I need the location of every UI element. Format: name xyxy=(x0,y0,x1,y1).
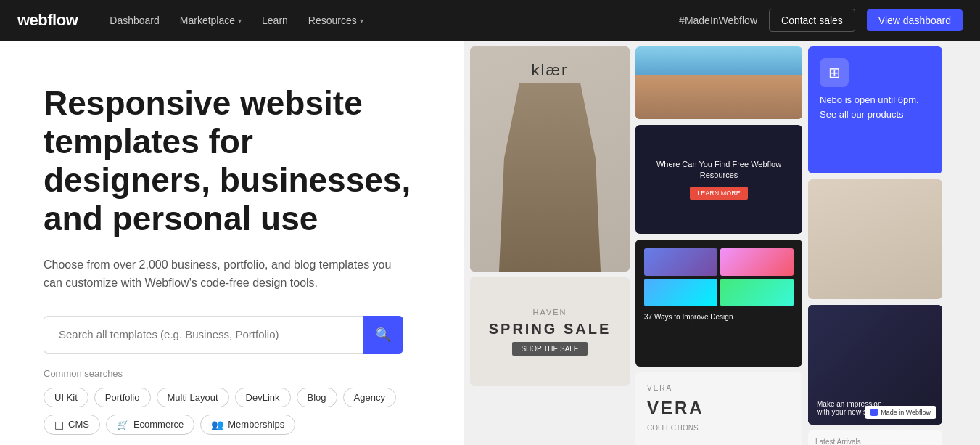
latest-arrivals-title: Latest Arrivals xyxy=(815,438,935,445)
template-col-3: ⊞ Nebo is open until 6pm. See all our pr… xyxy=(808,46,942,439)
resources-button: LEARN MORE xyxy=(690,187,748,200)
hero-subtitle: Choose from over 2,000 business, portfol… xyxy=(44,256,392,293)
nav-resources[interactable]: Resources ▾ xyxy=(300,10,372,30)
fashion-figure xyxy=(499,83,601,272)
template-card-modern-fashion[interactable]: Make an impressionwith your new style Ma… xyxy=(808,305,942,425)
template-card-resources[interactable]: Where Can You Find Free Webflow Resource… xyxy=(635,125,802,234)
memberships-icon: 👥 xyxy=(211,419,223,430)
resources-title: Where Can You Find Free Webflow Resource… xyxy=(644,159,794,181)
tag-devlink[interactable]: DevLink xyxy=(235,388,291,407)
search-button[interactable]: 🔍 xyxy=(363,316,403,354)
contact-sales-button[interactable]: Contact sales xyxy=(769,9,855,32)
fashion2-inner xyxy=(808,179,942,299)
spring-sale-title: SPRING SALE xyxy=(489,321,612,338)
nebo-text: Nebo is open until 6pm. See all our prod… xyxy=(820,93,931,121)
template-card-bridge[interactable] xyxy=(635,46,802,119)
templates-panel: klær HAVEN SPRING SALE SHOP THE SALE Whe… xyxy=(464,41,980,445)
made-in-webflow-badge: Made in Webflow xyxy=(865,406,936,419)
cms-icon: ◫ xyxy=(54,419,64,430)
template-card-improve[interactable]: 37 Ways to Improve Design xyxy=(635,240,802,367)
improve-grid xyxy=(644,248,794,306)
nav-marketplace[interactable]: Marketplace ▾ xyxy=(171,10,250,30)
template-card-klaer[interactable]: klær xyxy=(470,46,630,272)
vera-title: VERA xyxy=(647,398,791,418)
klaer-brand-name: klær xyxy=(532,61,569,80)
tag-agency[interactable]: Agency xyxy=(343,388,396,407)
template-card-nebo[interactable]: ⊞ Nebo is open until 6pm. See all our pr… xyxy=(808,46,942,173)
nav-dashboard[interactable]: Dashboard xyxy=(101,10,168,30)
search-input[interactable] xyxy=(44,316,363,354)
template-card-vera[interactable]: VERA VERA COLLECTIONS WHAT'S NEW SALE xyxy=(635,372,802,445)
improve-img-4 xyxy=(720,279,794,306)
made-badge-text: Made in Webflow xyxy=(881,409,931,416)
improve-img-2 xyxy=(720,248,794,276)
common-searches-label: Common searches xyxy=(44,368,429,379)
tag-memberships[interactable]: 👥 Memberships xyxy=(200,415,295,435)
search-icon: 🔍 xyxy=(375,327,391,343)
hero-title: Responsive website templates for designe… xyxy=(44,84,421,238)
view-dashboard-button[interactable]: View dashboard xyxy=(867,9,963,31)
tag-label: DevLink xyxy=(246,392,280,403)
navbar: webflow Dashboard Marketplace ▾ Learn Re… xyxy=(0,0,980,41)
template-col-2: Where Can You Find Free Webflow Resource… xyxy=(635,46,802,439)
tag-label: Portfolio xyxy=(105,392,140,403)
tag-ecommerce[interactable]: 🛒 Ecommerce xyxy=(106,415,194,435)
tag-portfolio[interactable]: Portfolio xyxy=(94,388,151,407)
tag-cms[interactable]: ◫ CMS xyxy=(44,415,100,435)
tag-label: Ecommerce xyxy=(133,419,184,430)
webflow-dot-icon xyxy=(870,409,878,416)
tag-multi-layout[interactable]: Multi Layout xyxy=(157,388,229,407)
nebo-icon: ⊞ xyxy=(820,58,849,87)
main-container: Responsive website templates for designe… xyxy=(0,0,980,445)
tag-label: CMS xyxy=(68,419,89,430)
vera-divider xyxy=(647,438,791,438)
tag-label: UI Kit xyxy=(54,392,78,403)
tag-row-2: ◫ CMS 🛒 Ecommerce 👥 Memberships xyxy=(44,415,429,435)
template-card-latest[interactable]: Latest Arrivals xyxy=(808,430,942,445)
search-row: 🔍 xyxy=(44,316,429,354)
vera-collections: COLLECTIONS xyxy=(647,424,791,432)
template-card-fashion2[interactable] xyxy=(808,179,942,299)
nav-right: #MadeInWebflow Contact sales View dashbo… xyxy=(679,9,963,32)
chevron-down-icon: ▾ xyxy=(360,17,363,25)
chevron-down-icon: ▾ xyxy=(238,17,242,25)
left-panel: Responsive website templates for designe… xyxy=(0,41,464,445)
template-col-1: klær HAVEN SPRING SALE SHOP THE SALE xyxy=(470,46,630,439)
nav-links: Dashboard Marketplace ▾ Learn Resources … xyxy=(101,10,679,30)
tag-label: Memberships xyxy=(228,419,284,430)
bridge-overlay xyxy=(635,75,802,119)
tag-row-1: UI Kit Portfolio Multi Layout DevLink Bl… xyxy=(44,388,429,407)
improve-img-3 xyxy=(644,279,717,306)
ecommerce-icon: 🛒 xyxy=(117,419,129,430)
tag-label: Multi Layout xyxy=(168,392,218,403)
templates-mosaic: klær HAVEN SPRING SALE SHOP THE SALE Whe… xyxy=(464,41,980,445)
made-in-webflow-link[interactable]: #MadeInWebflow xyxy=(679,15,757,26)
vera-label: VERA xyxy=(647,384,791,392)
logo[interactable]: webflow xyxy=(17,11,78,30)
nav-learn[interactable]: Learn xyxy=(253,10,297,30)
improve-title: 37 Ways to Improve Design xyxy=(644,312,794,322)
tag-label: Agency xyxy=(354,392,385,403)
tag-label: Blog xyxy=(308,392,326,403)
spring-sale-nav: HAVEN xyxy=(532,308,567,317)
template-card-spring-sale[interactable]: HAVEN SPRING SALE SHOP THE SALE xyxy=(470,277,630,386)
spring-sale-button: SHOP THE SALE xyxy=(512,342,587,356)
improve-img-1 xyxy=(644,248,717,276)
tag-ui-kit[interactable]: UI Kit xyxy=(44,388,88,407)
tag-blog[interactable]: Blog xyxy=(297,388,337,407)
